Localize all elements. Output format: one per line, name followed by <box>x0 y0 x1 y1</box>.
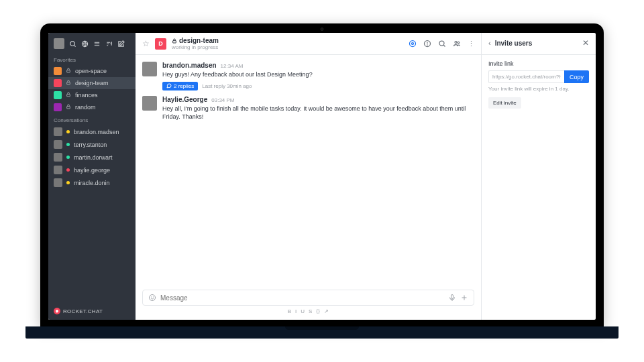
kebab-menu-icon[interactable]: ⋮ <box>468 40 474 48</box>
view-mode-icon[interactable] <box>93 40 101 48</box>
directory-icon[interactable] <box>81 40 89 48</box>
sidebar-dm-brandon.madsen[interactable]: brandon.madsen <box>48 125 136 138</box>
presence-dot-icon <box>66 130 70 133</box>
message-input[interactable] <box>160 294 444 302</box>
emoji-icon[interactable] <box>148 294 156 302</box>
invite-expire-text: Your invite link will expire in 1 day. <box>488 86 589 92</box>
message-composer[interactable] <box>142 290 474 306</box>
channel-topic: working in progress <box>172 44 219 50</box>
search-icon[interactable] <box>69 40 76 48</box>
dm-name: brandon.madsen <box>74 129 119 135</box>
sort-icon[interactable] <box>105 40 113 48</box>
message-text: Hey all, I'm going to finish all the mob… <box>162 105 474 121</box>
channel-name: design-team <box>75 80 109 86</box>
format-btn-5[interactable]: ↗ <box>324 308 329 314</box>
svg-rect-11 <box>67 82 70 84</box>
format-toolbar: BIUS⟨⟩↗ <box>142 308 474 314</box>
sidebar-channel-finances[interactable]: finances <box>48 89 136 101</box>
message-avatar[interactable] <box>142 62 157 76</box>
threads-icon[interactable] <box>409 40 417 48</box>
svg-point-15 <box>410 41 416 47</box>
presence-dot-icon <box>66 168 70 172</box>
user-avatar[interactable] <box>54 38 64 49</box>
presence-dot-icon <box>66 181 70 184</box>
svg-rect-12 <box>67 95 70 97</box>
svg-point-26 <box>153 297 154 298</box>
thread-replies-badge[interactable]: 2 replies <box>162 82 198 90</box>
sidebar-channel-open-space[interactable]: open-space <box>48 65 136 77</box>
svg-rect-14 <box>173 40 176 42</box>
svg-point-25 <box>151 297 152 298</box>
format-btn-3[interactable]: S <box>309 308 312 314</box>
copy-button[interactable]: Copy <box>564 70 589 83</box>
svg-rect-27 <box>451 295 453 299</box>
audio-record-icon[interactable] <box>448 294 456 302</box>
svg-line-1 <box>74 45 76 46</box>
message-author[interactable]: brandon.madsen <box>162 62 217 69</box>
message-author[interactable]: Haylie.George <box>162 96 207 103</box>
message: brandon.madsen12:34 AMHey guys! Any feed… <box>142 59 474 93</box>
svg-point-20 <box>439 41 444 46</box>
format-btn-2[interactable]: U <box>301 308 305 314</box>
format-btn-1[interactable]: I <box>295 308 297 314</box>
channel-title: design-team <box>172 37 219 44</box>
format-btn-0[interactable]: B <box>288 308 291 314</box>
laptop-base <box>25 326 619 339</box>
presence-dot-icon <box>66 143 70 146</box>
panel-back-icon[interactable]: ‹ <box>488 39 491 47</box>
svg-rect-13 <box>67 107 70 109</box>
svg-point-0 <box>70 41 74 45</box>
favorite-star-icon[interactable]: ☆ <box>142 39 150 48</box>
message-list: brandon.madsen12:34 AMHey guys! Any feed… <box>136 55 481 284</box>
svg-rect-10 <box>67 70 70 72</box>
message-time: 03:34 PM <box>211 97 234 103</box>
discussions-icon[interactable] <box>423 40 431 48</box>
format-btn-4[interactable]: ⟨⟩ <box>316 308 320 314</box>
channel-name: open-space <box>75 68 107 74</box>
panel-title: Invite users <box>495 40 533 47</box>
invite-panel: ‹ Invite users ✕ Invite link Copy Your i… <box>482 33 596 320</box>
channel-name: finances <box>75 92 98 99</box>
message-text: Hey guys! Any feedback about our last De… <box>162 70 474 79</box>
create-new-icon[interactable] <box>117 40 125 48</box>
edit-invite-button[interactable]: Edit invite <box>488 97 521 109</box>
panel-close-icon[interactable]: ✕ <box>582 38 589 48</box>
channel-name: random <box>75 104 96 111</box>
presence-dot-icon <box>66 156 70 159</box>
sidebar-dm-terry.stanton[interactable]: terry.stanton <box>48 138 136 151</box>
channel-avatar: D <box>155 38 166 50</box>
attach-plus-icon[interactable] <box>460 294 468 302</box>
dm-avatar <box>54 127 62 136</box>
svg-point-16 <box>412 43 414 45</box>
dm-name: terry.stanton <box>74 141 107 148</box>
laptop-camera <box>321 27 324 31</box>
sidebar-dm-miracle.donin[interactable]: miracle.donin <box>48 176 136 189</box>
sidebar-dm-martin.dorwart[interactable]: martin.dorwart <box>48 151 136 164</box>
svg-point-24 <box>150 295 156 301</box>
dm-name: miracle.donin <box>74 180 110 186</box>
sidebar-dm-haylie.george[interactable]: haylie.george <box>48 164 136 176</box>
message-time: 12:34 AM <box>221 63 244 69</box>
svg-point-19 <box>427 45 428 46</box>
brand-footer: ROCKET.CHAT <box>48 302 136 320</box>
svg-point-22 <box>455 42 457 44</box>
dm-avatar <box>54 166 62 174</box>
channel-color-block <box>54 103 62 111</box>
search-messages-icon[interactable] <box>438 40 446 48</box>
dm-avatar <box>54 140 62 149</box>
sidebar-channel-random[interactable]: random <box>48 101 136 113</box>
svg-point-23 <box>458 42 460 44</box>
channel-color-block <box>54 91 62 99</box>
members-icon[interactable] <box>453 40 461 48</box>
thread-last-reply: Last reply 30min ago <box>202 83 252 89</box>
message: Haylie.George03:34 PMHey all, I'm going … <box>142 93 474 124</box>
private-lock-icon <box>66 68 71 74</box>
channel-header: ☆ D design-team working in progress <box>136 33 481 55</box>
dm-avatar <box>54 178 62 187</box>
message-avatar[interactable] <box>142 96 157 111</box>
channel-color-block <box>54 67 62 75</box>
channel-color-block <box>54 79 62 87</box>
dm-avatar <box>54 153 62 162</box>
sidebar-channel-design-team[interactable]: design-team <box>48 77 136 89</box>
invite-link-input[interactable] <box>488 70 564 83</box>
